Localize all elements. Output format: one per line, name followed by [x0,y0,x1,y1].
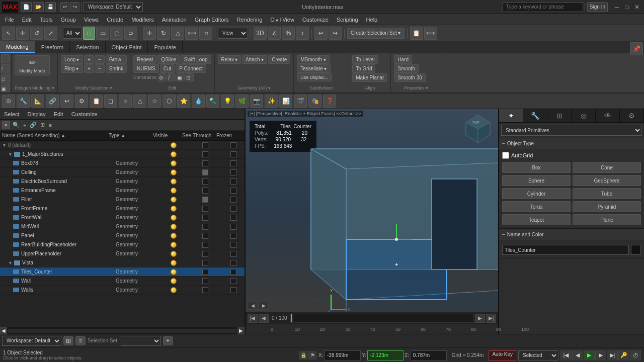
minus-btn2[interactable]: − [95,64,105,73]
scene-add-btn[interactable]: + [22,122,27,128]
workspace-select[interactable]: Workspace: Default [84,2,143,12]
color-swatch[interactable] [631,245,641,255]
make-planar-btn[interactable]: Make Planar [352,73,387,82]
scene-link-btn[interactable]: 🔗 [29,122,38,128]
smooth30-btn[interactable]: Smooth 30 [394,73,425,82]
scene-customize-tab[interactable]: Customize [67,109,102,120]
sub-tb-btn22[interactable]: 🎭 [308,95,321,108]
rp-tab-create[interactable]: ✦ [499,109,523,122]
table-row[interactable]: UpperPlaceholder Geometry [0,249,245,258]
scene-select-tab[interactable]: Select [0,109,24,120]
qslice-btn[interactable]: QSlice [157,55,179,64]
sub-tb-btn12[interactable]: ⬡ [163,95,176,108]
rp-tab-display[interactable]: 👁 [596,109,620,122]
loop-btn[interactable]: Loop ▾ [61,55,83,64]
rect-select[interactable]: ▭ [96,27,109,40]
align-btn[interactable]: ⟤ [199,27,212,40]
constraint-edge[interactable]: / [168,73,176,81]
sub-tb-btn11[interactable]: ☆ [148,95,161,108]
sub-tb-btn9[interactable]: ○ [119,95,132,108]
move-btn[interactable]: ✛ [143,27,156,40]
rotate-tool[interactable]: ↺ [30,27,43,40]
prev-frame-btn[interactable]: ◀ [572,350,583,360]
sub-tb-btn23[interactable]: ❓ [323,95,336,108]
lasso-select[interactable]: ⊃ [124,27,137,40]
sub-tb-btn19[interactable]: ✨ [265,95,278,108]
edge-mode[interactable]: / [1,64,10,73]
col-see-header[interactable]: See-Through [181,133,215,138]
menu-animation[interactable]: Animation [158,14,191,25]
ribbon-pin[interactable]: 📌 [630,42,643,55]
to-grid-btn[interactable]: To Grid [352,64,375,73]
select-btn[interactable]: □ [83,27,95,40]
sub-tb-btn6[interactable]: ⚙ [75,95,88,108]
open-button[interactable]: 📂 [33,2,44,12]
table-row[interactable]: MidWall Geometry [0,222,245,231]
save-button[interactable]: 💾 [45,2,56,12]
plane-btn[interactable]: Plane [573,214,641,225]
constraint-norm[interactable]: ⊡ [186,73,194,81]
select-tool[interactable]: ↖ [2,27,15,40]
redo-button[interactable]: ↪ [70,2,79,12]
menu-customize[interactable]: Customize [298,14,333,25]
constraint-none[interactable]: ⊘ [158,73,167,81]
geosphere-btn[interactable]: GeoSphere [573,175,641,186]
next-frame-btn[interactable]: ▶ [595,350,606,360]
search-input[interactable] [503,2,583,12]
selection-set-dropdown[interactable] [121,336,161,346]
play-start-btn[interactable]: |◀ [560,350,572,360]
workspace-dropdown[interactable]: Workspace: Default [2,336,61,346]
sub-tb-btn16[interactable]: 💡 [221,95,234,108]
col-vis-header[interactable]: Visible [152,133,181,138]
name-color-header[interactable]: − Name and Color [499,229,644,240]
sub-tb-btn8[interactable]: ◻ [104,95,117,108]
minimize-button[interactable]: ─ [612,2,622,12]
view-select[interactable]: View [218,28,248,39]
plus-btn2[interactable]: + [84,64,94,73]
sub-tb-btn7[interactable]: 📋 [90,95,103,108]
attach-btn[interactable]: Attach ▾ [242,55,267,64]
tab-object-paint[interactable]: Object Paint [106,41,148,53]
menu-modifiers[interactable]: Modifiers [127,14,158,25]
key-selected-dropdown[interactable]: Selected [518,350,558,360]
menu-edit[interactable]: Edit [18,14,36,25]
undo-scene[interactable]: ↩ [314,27,328,40]
shrink-btn[interactable]: Shrink [106,64,127,73]
rp-tab-utilities[interactable]: ⚙ [620,109,644,122]
tessellate-btn[interactable]: Tessellate ▾ [297,64,330,73]
menu-graph-editors[interactable]: Graph Editors [191,14,233,25]
box-btn[interactable]: Box [502,162,571,173]
plus-btn[interactable]: + [84,55,94,64]
scale-tool[interactable]: ⤢ [44,27,57,40]
menu-tools[interactable]: Tools [36,14,57,25]
table-row[interactable]: Panel Geometry [0,231,245,240]
modify-mode-btn[interactable]: ✏ Modify Mode [15,55,50,75]
sel-set-btn[interactable]: + [163,336,173,345]
use-displac-btn[interactable]: Use Displac... [297,73,332,81]
scene-find-btn[interactable]: 🔍 [12,122,21,128]
col-frz-header[interactable]: Frozen [215,133,237,138]
menu-file[interactable]: File [1,14,18,25]
table-row[interactable]: Walls Geometry [0,286,245,295]
menu-civil-view[interactable]: Civil View [266,14,298,25]
scroll-left-btn[interactable]: ◀ [0,327,7,334]
ring-btn[interactable]: Ring ▾ [61,64,83,73]
tab-modeling[interactable]: Modeling [0,41,35,53]
p-connect-btn[interactable]: P Connect [176,64,206,73]
vertex-mode[interactable]: · [1,54,10,63]
repeat-btn[interactable]: Repeat [133,55,156,64]
sub-tb-btn1[interactable]: ⊙ [2,95,15,108]
menu-help[interactable]: Help [362,14,382,25]
teapot-btn[interactable]: Teapot [502,214,571,225]
col-type-header[interactable]: Type ▲ [107,133,152,138]
named-sel[interactable]: 📋 [410,27,423,40]
sub-tb-btn2[interactable]: 🔧 [17,95,30,108]
scroll-right-btn[interactable]: ▶ [237,327,245,334]
spinner-snap[interactable]: ↕ [296,27,309,40]
redo-scene[interactable]: ↪ [329,27,342,40]
pyramid-btn[interactable]: Pyramid [573,201,641,212]
to-level-btn[interactable]: To Level [352,55,378,64]
ws-btn1[interactable]: ⊞ [63,336,73,345]
viewport[interactable]: [+] [Perspective] [Realistic + Edged Fac… [246,109,498,312]
mirror-btn2[interactable]: ⟺ [424,27,437,40]
